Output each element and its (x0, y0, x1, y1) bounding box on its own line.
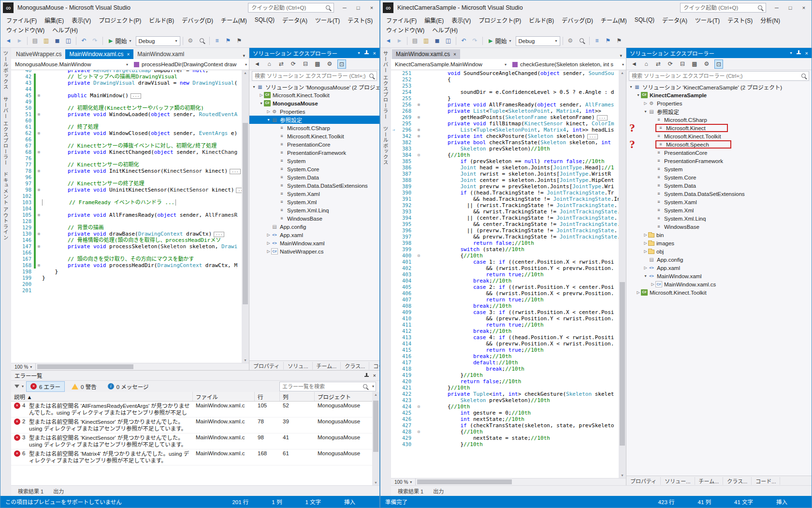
chevron-down-icon[interactable]: ▾ (358, 51, 360, 55)
code-line-420[interactable]: 420 return false;//10th (391, 378, 619, 385)
quick-launch-input[interactable] (680, 3, 766, 13)
tree-item-properties[interactable]: ▷⚙Properties (249, 107, 379, 116)
menu-item-d[interactable]: デバッグ(D) (558, 15, 597, 25)
code-line-62[interactable]: 62⊞ private void WindowClosed(object sen… (11, 130, 242, 136)
nav-forward-icon[interactable]: ► (14, 36, 25, 46)
panel-tab-item[interactable]: コード... (752, 477, 780, 485)
pin-icon[interactable] (364, 50, 369, 56)
chevron-down-icon[interactable]: ▾ (505, 62, 507, 67)
code-line-44[interactable]: 44 (11, 86, 242, 92)
code-line-166[interactable]: 166 (11, 250, 242, 256)
code-line-200[interactable]: 200 (11, 281, 242, 287)
redo-icon[interactable]: ↷ (470, 36, 480, 46)
scroll-thumb[interactable] (620, 282, 625, 445)
menu-item-b[interactable]: ビルド(B) (145, 15, 178, 25)
code-line-430[interactable]: 430 }//10th (391, 441, 619, 448)
tab-list-chevron-icon[interactable]: ▾ (241, 52, 247, 59)
errors-filter-button[interactable]: × 6 エラー (26, 381, 65, 392)
tree-expander-icon[interactable]: ▾ (266, 118, 271, 122)
menu-item-m[interactable]: チーム(M) (217, 15, 251, 25)
tree-expander-icon[interactable]: ▷ (636, 290, 641, 295)
code-line-104[interactable]: 104 (11, 206, 242, 212)
code-line-198[interactable]: 198 } (11, 269, 242, 275)
code-line-391[interactable]: 391 && head.TrackingState != JointTracki… (391, 196, 619, 202)
bottom-tab-1[interactable]: 検索結果 1 (14, 486, 48, 496)
solution-config-combo[interactable]: Debug▾ (516, 36, 560, 46)
sync-with-active-icon[interactable]: ⊡ (337, 60, 346, 69)
code-line-68[interactable]: 68⊞ private void KinectChanged(object se… (11, 149, 242, 155)
code-line-167[interactable]: 167 // 頭の向きを受け取り、その方向にマウスを動かす (11, 256, 242, 262)
tree-expander-icon[interactable]: ▷ (266, 233, 271, 237)
code-line-393[interactable]: 393 && rwrist.TrackingState != JointTrac… (391, 209, 619, 215)
code-line-296[interactable]: ⇒296⊞ List<Tuple<SkeletonPoint, Matrix4,… (391, 127, 619, 133)
tree-item-microsoft-kinect-toolkit[interactable]: ≡Microsoft.Kinect.Toolkit (249, 132, 379, 140)
code-line-423[interactable]: 423 Skeleton prevSkeleton)//10th (391, 397, 619, 403)
panel-tab-item[interactable]: ソリュー... (661, 477, 695, 485)
outline-toggle-icon[interactable]: ⊞ (416, 133, 422, 139)
code-line-429[interactable]: 429 nextState = state;//10th (391, 435, 619, 441)
code-line-399[interactable]: 399 switch (state)//10th (391, 246, 619, 253)
error-column-header-item[interactable]: プロジェクト (315, 392, 379, 401)
code-line-424[interactable]: 424⊟ {//10th (391, 403, 619, 410)
code-line-201[interactable]: 201 (11, 287, 242, 294)
nav-back-icon[interactable]: ◄ (383, 36, 393, 46)
code-line-342[interactable]: 342⊞ private int checkPosture(Skeleton s… (391, 133, 619, 139)
code-line-408[interactable]: 408 break;//10th (391, 303, 619, 309)
tree-expander-icon[interactable]: ▾ (636, 93, 641, 97)
code-line-402[interactable]: 402 && (rwrist.Position.Y < prevrw.Posit… (391, 265, 619, 271)
side-tab-item[interactable]: ドキュメント アウトライン (2, 172, 10, 240)
nav-forward-icon[interactable]: ► (394, 36, 405, 46)
tree-item-mainwindow-xaml-cs[interactable]: ▷C#MainWindow.xaml.cs (626, 280, 812, 288)
tree-expander-icon[interactable]: ▷ (643, 233, 648, 237)
scroll-down-arrow[interactable]: ▼ (242, 359, 249, 362)
code-line-129[interactable]: 129 // 背景の描画 (11, 224, 242, 231)
code-line-413[interactable]: 413 case 4: if ((head.Position.Y < rwris… (391, 334, 619, 341)
tree-item-presentationframework[interactable]: ≡PresentationFramework (249, 149, 379, 157)
collapse-all-icon[interactable]: ⊟ (678, 60, 687, 69)
code-line-67[interactable]: 67 // Kinectセンサーの挿抜イベントに対し、初期化/終了処理 (11, 143, 242, 149)
tree-item-monogusamouse[interactable]: ▾C#MonogusaMouse (249, 99, 379, 107)
side-tab-item[interactable]: ツールボックス (2, 51, 10, 90)
tree-item-microsoft-csharp[interactable]: ≡Microsoft.CSharp (249, 124, 379, 132)
code-line-76[interactable]: 76 (11, 155, 242, 162)
chevron-down-icon[interactable]: ▾ (790, 51, 792, 55)
tree-item-system-data[interactable]: ≡System.Data (249, 173, 379, 181)
code-line-130[interactable]: 130⊞ private void drawBase(DrawingContex… (11, 231, 242, 237)
code-line-268[interactable]: 268 private List<Tuple<SkeletonPoint, Ma… (391, 108, 619, 114)
tree-item-windowsbase[interactable]: ≡WindowsBase (249, 214, 379, 223)
tree-item-images[interactable]: ▷images (626, 239, 812, 247)
scroll-down-arrow[interactable]: ▼ (372, 481, 379, 484)
side-tab-item[interactable]: サーバー エクスプローラー (2, 97, 10, 165)
code-line-389[interactable]: 389 Joint prevrw = prevSkeleton.Joints[J… (391, 183, 619, 190)
home-icon[interactable]: ⌂ (642, 60, 651, 69)
code-line-98[interactable]: 98⊞ private void UninitKinectSensor(Kine… (11, 187, 242, 193)
outline-toggle-icon[interactable]: ⊟ (416, 253, 422, 259)
code-line-409[interactable]: 409 case 3: if ((rwrist.Position.X < cen… (391, 309, 619, 315)
code-line-97[interactable]: 97 // Kinectセンサーの終了処理 (11, 180, 242, 187)
tree-item-mainwindow-xaml[interactable]: ▷<>MainWindow.xaml (249, 239, 379, 247)
tree-item-presentationcore[interactable]: ≡PresentationCore (626, 149, 812, 157)
tree-expander-icon[interactable]: ▾ (251, 85, 257, 89)
open-file-icon[interactable]: ▥ (421, 36, 431, 46)
error-list-search[interactable]: ▾ (279, 382, 376, 391)
save-all-icon[interactable]: ◫ (63, 36, 73, 46)
tree-item-nativewrapper-cs[interactable]: ▷C#NativeWrapper.cs (249, 247, 379, 255)
code-line-147[interactable]: 147⊞ private void processSkeleton(Skelet… (11, 243, 242, 250)
code-line-425[interactable]: 425 int gesture = 0;//10th (391, 410, 619, 416)
menu-item-s[interactable]: テスト(S) (344, 15, 377, 25)
sync-with-active-icon[interactable]: ⊡ (714, 60, 723, 69)
menu-item-v[interactable]: 表示(V) (68, 15, 95, 25)
tree-expander-icon[interactable]: ▾ (628, 85, 634, 89)
menu-item-m[interactable]: チーム(M) (597, 15, 631, 25)
breakpoint-flag-icon[interactable]: ⚑ (614, 36, 624, 46)
outline-toggle-icon[interactable]: ⊞ (416, 114, 422, 120)
outline-toggle-icon[interactable]: ⊞ (36, 111, 42, 118)
tree-item-system-xml-linq[interactable]: ≡System.Xml.Linq (249, 206, 379, 214)
code-line-384[interactable]: 384⊟ {//10th (391, 152, 619, 158)
code-line-42[interactable]: 42 // ビットマップへの描画用DrawingVisual (11, 74, 242, 80)
minimize-button[interactable]: ─ (338, 2, 351, 14)
menu-item-e[interactable]: 編集(E) (41, 15, 68, 25)
refresh-icon[interactable]: ⟳ (289, 60, 298, 69)
panel-tab-item[interactable]: ソリュ... (284, 362, 312, 370)
tree-expander-icon[interactable]: ▷ (643, 266, 648, 270)
